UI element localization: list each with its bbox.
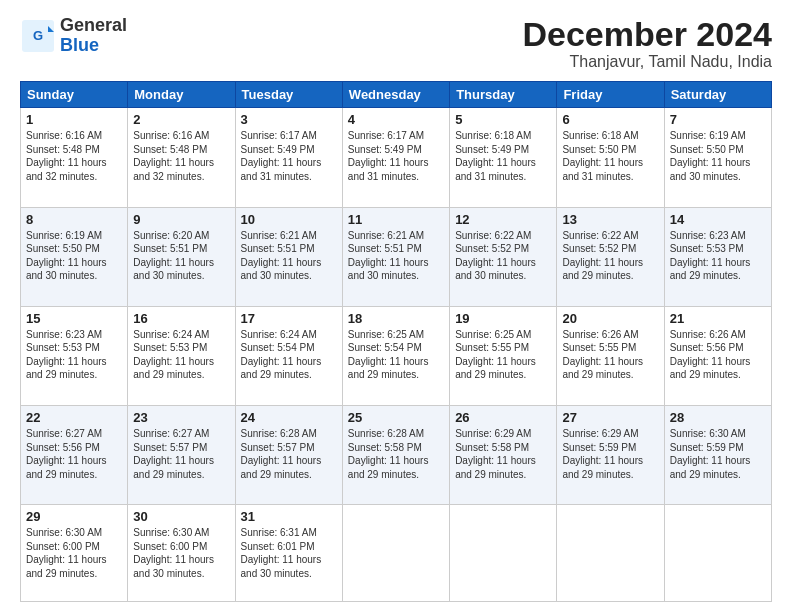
logo-general: General: [60, 15, 127, 35]
day-number: 10: [241, 212, 337, 227]
day-info: Sunrise: 6:18 AM Sunset: 5:49 PM Dayligh…: [455, 129, 551, 183]
day-info: Sunrise: 6:19 AM Sunset: 5:50 PM Dayligh…: [26, 229, 122, 283]
day-number: 4: [348, 112, 444, 127]
calendar-cell: 21Sunrise: 6:26 AM Sunset: 5:56 PM Dayli…: [664, 306, 771, 405]
day-number: 2: [133, 112, 229, 127]
day-info: Sunrise: 6:23 AM Sunset: 5:53 PM Dayligh…: [670, 229, 766, 283]
day-number: 15: [26, 311, 122, 326]
calendar-cell: 29Sunrise: 6:30 AM Sunset: 6:00 PM Dayli…: [21, 505, 128, 602]
day-info: Sunrise: 6:28 AM Sunset: 5:58 PM Dayligh…: [348, 427, 444, 481]
calendar-cell: 4Sunrise: 6:17 AM Sunset: 5:49 PM Daylig…: [342, 108, 449, 207]
day-number: 12: [455, 212, 551, 227]
day-info: Sunrise: 6:28 AM Sunset: 5:57 PM Dayligh…: [241, 427, 337, 481]
day-number: 6: [562, 112, 658, 127]
day-number: 20: [562, 311, 658, 326]
day-info: Sunrise: 6:22 AM Sunset: 5:52 PM Dayligh…: [455, 229, 551, 283]
calendar-cell: 7Sunrise: 6:19 AM Sunset: 5:50 PM Daylig…: [664, 108, 771, 207]
day-info: Sunrise: 6:17 AM Sunset: 5:49 PM Dayligh…: [241, 129, 337, 183]
title-area: December 2024 Thanjavur, Tamil Nadu, Ind…: [522, 16, 772, 71]
day-number: 30: [133, 509, 229, 524]
weekday-header: Thursday: [450, 82, 557, 108]
calendar-cell: 14Sunrise: 6:23 AM Sunset: 5:53 PM Dayli…: [664, 207, 771, 306]
weekday-header: Tuesday: [235, 82, 342, 108]
weekday-header: Friday: [557, 82, 664, 108]
day-number: 29: [26, 509, 122, 524]
day-number: 18: [348, 311, 444, 326]
calendar-cell: 12Sunrise: 6:22 AM Sunset: 5:52 PM Dayli…: [450, 207, 557, 306]
weekday-header: Wednesday: [342, 82, 449, 108]
calendar-cell: 23Sunrise: 6:27 AM Sunset: 5:57 PM Dayli…: [128, 406, 235, 505]
day-number: 22: [26, 410, 122, 425]
day-info: Sunrise: 6:29 AM Sunset: 5:58 PM Dayligh…: [455, 427, 551, 481]
day-number: 13: [562, 212, 658, 227]
day-number: 11: [348, 212, 444, 227]
calendar-cell: 9Sunrise: 6:20 AM Sunset: 5:51 PM Daylig…: [128, 207, 235, 306]
svg-text:G: G: [33, 28, 43, 43]
day-number: 26: [455, 410, 551, 425]
day-info: Sunrise: 6:25 AM Sunset: 5:54 PM Dayligh…: [348, 328, 444, 382]
day-info: Sunrise: 6:30 AM Sunset: 6:00 PM Dayligh…: [26, 526, 122, 580]
calendar-cell: [664, 505, 771, 602]
day-info: Sunrise: 6:22 AM Sunset: 5:52 PM Dayligh…: [562, 229, 658, 283]
calendar-cell: 10Sunrise: 6:21 AM Sunset: 5:51 PM Dayli…: [235, 207, 342, 306]
day-number: 5: [455, 112, 551, 127]
weekday-header: Monday: [128, 82, 235, 108]
day-info: Sunrise: 6:30 AM Sunset: 6:00 PM Dayligh…: [133, 526, 229, 580]
calendar-cell: 3Sunrise: 6:17 AM Sunset: 5:49 PM Daylig…: [235, 108, 342, 207]
calendar-cell: 16Sunrise: 6:24 AM Sunset: 5:53 PM Dayli…: [128, 306, 235, 405]
day-info: Sunrise: 6:24 AM Sunset: 5:53 PM Dayligh…: [133, 328, 229, 382]
calendar-page: G General Blue December 2024 Thanjavur, …: [0, 0, 792, 612]
day-number: 16: [133, 311, 229, 326]
day-number: 8: [26, 212, 122, 227]
calendar-cell: 13Sunrise: 6:22 AM Sunset: 5:52 PM Dayli…: [557, 207, 664, 306]
day-info: Sunrise: 6:20 AM Sunset: 5:51 PM Dayligh…: [133, 229, 229, 283]
day-info: Sunrise: 6:18 AM Sunset: 5:50 PM Dayligh…: [562, 129, 658, 183]
day-info: Sunrise: 6:16 AM Sunset: 5:48 PM Dayligh…: [26, 129, 122, 183]
calendar-cell: 15Sunrise: 6:23 AM Sunset: 5:53 PM Dayli…: [21, 306, 128, 405]
day-number: 9: [133, 212, 229, 227]
day-info: Sunrise: 6:27 AM Sunset: 5:57 PM Dayligh…: [133, 427, 229, 481]
logo: G General Blue: [20, 16, 127, 56]
calendar-cell: 5Sunrise: 6:18 AM Sunset: 5:49 PM Daylig…: [450, 108, 557, 207]
day-info: Sunrise: 6:21 AM Sunset: 5:51 PM Dayligh…: [348, 229, 444, 283]
day-info: Sunrise: 6:27 AM Sunset: 5:56 PM Dayligh…: [26, 427, 122, 481]
day-number: 28: [670, 410, 766, 425]
calendar-cell: 22Sunrise: 6:27 AM Sunset: 5:56 PM Dayli…: [21, 406, 128, 505]
header: G General Blue December 2024 Thanjavur, …: [20, 16, 772, 71]
month-title: December 2024: [522, 16, 772, 53]
day-number: 31: [241, 509, 337, 524]
calendar-cell: [450, 505, 557, 602]
day-info: Sunrise: 6:26 AM Sunset: 5:55 PM Dayligh…: [562, 328, 658, 382]
day-info: Sunrise: 6:24 AM Sunset: 5:54 PM Dayligh…: [241, 328, 337, 382]
day-info: Sunrise: 6:31 AM Sunset: 6:01 PM Dayligh…: [241, 526, 337, 580]
day-number: 24: [241, 410, 337, 425]
day-number: 3: [241, 112, 337, 127]
calendar-cell: 8Sunrise: 6:19 AM Sunset: 5:50 PM Daylig…: [21, 207, 128, 306]
day-info: Sunrise: 6:16 AM Sunset: 5:48 PM Dayligh…: [133, 129, 229, 183]
day-number: 19: [455, 311, 551, 326]
day-number: 14: [670, 212, 766, 227]
calendar-cell: 24Sunrise: 6:28 AM Sunset: 5:57 PM Dayli…: [235, 406, 342, 505]
day-number: 23: [133, 410, 229, 425]
day-info: Sunrise: 6:21 AM Sunset: 5:51 PM Dayligh…: [241, 229, 337, 283]
calendar-cell: 31Sunrise: 6:31 AM Sunset: 6:01 PM Dayli…: [235, 505, 342, 602]
logo-blue: Blue: [60, 35, 99, 55]
day-number: 1: [26, 112, 122, 127]
calendar-cell: 27Sunrise: 6:29 AM Sunset: 5:59 PM Dayli…: [557, 406, 664, 505]
calendar-cell: 19Sunrise: 6:25 AM Sunset: 5:55 PM Dayli…: [450, 306, 557, 405]
day-info: Sunrise: 6:19 AM Sunset: 5:50 PM Dayligh…: [670, 129, 766, 183]
calendar-cell: 28Sunrise: 6:30 AM Sunset: 5:59 PM Dayli…: [664, 406, 771, 505]
calendar-cell: 1Sunrise: 6:16 AM Sunset: 5:48 PM Daylig…: [21, 108, 128, 207]
location: Thanjavur, Tamil Nadu, India: [522, 53, 772, 71]
weekday-header: Saturday: [664, 82, 771, 108]
logo-icon: G: [20, 18, 56, 54]
day-info: Sunrise: 6:25 AM Sunset: 5:55 PM Dayligh…: [455, 328, 551, 382]
calendar-cell: 25Sunrise: 6:28 AM Sunset: 5:58 PM Dayli…: [342, 406, 449, 505]
calendar-cell: 18Sunrise: 6:25 AM Sunset: 5:54 PM Dayli…: [342, 306, 449, 405]
day-number: 27: [562, 410, 658, 425]
day-info: Sunrise: 6:29 AM Sunset: 5:59 PM Dayligh…: [562, 427, 658, 481]
day-number: 17: [241, 311, 337, 326]
calendar-cell: 26Sunrise: 6:29 AM Sunset: 5:58 PM Dayli…: [450, 406, 557, 505]
calendar-cell: 17Sunrise: 6:24 AM Sunset: 5:54 PM Dayli…: [235, 306, 342, 405]
day-info: Sunrise: 6:17 AM Sunset: 5:49 PM Dayligh…: [348, 129, 444, 183]
